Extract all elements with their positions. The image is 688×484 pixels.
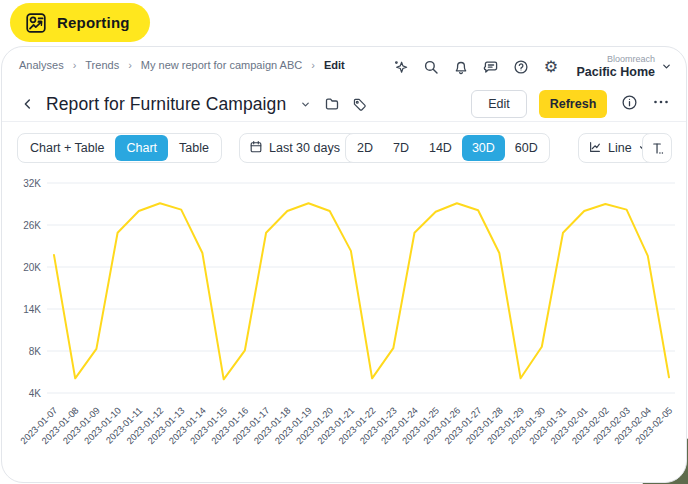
title-chevron-down-icon[interactable] bbox=[296, 95, 314, 113]
tag-icon[interactable] bbox=[350, 95, 368, 113]
help-icon[interactable] bbox=[512, 58, 529, 75]
breadcrumb-separator: › bbox=[73, 59, 77, 71]
svg-text:4K: 4K bbox=[29, 388, 42, 399]
breadcrumb: Analyses › Trends › My new report for ca… bbox=[19, 59, 345, 71]
segment-14d[interactable]: 14D bbox=[419, 135, 462, 161]
report-card: Analyses › Trends › My new report for ca… bbox=[1, 46, 687, 483]
svg-text:14K: 14K bbox=[23, 304, 41, 315]
segment-2d[interactable]: 2D bbox=[347, 135, 383, 161]
view-mode-segments: Chart + Table Chart Table bbox=[17, 133, 222, 163]
info-icon[interactable] bbox=[621, 94, 638, 115]
sparkle-icon[interactable] bbox=[392, 58, 409, 75]
quick-range-segments: 2D 7D 14D 30D 60D bbox=[345, 133, 550, 163]
breadcrumb-report-name[interactable]: My new report for campaign ABC bbox=[141, 59, 302, 71]
trend-chart: 4K8K14K20K26K32K2023-01-072023-01-082023… bbox=[2, 167, 688, 483]
segment-chart-table[interactable]: Chart + Table bbox=[19, 135, 115, 161]
segment-table[interactable]: Table bbox=[168, 135, 220, 161]
svg-text:8K: 8K bbox=[29, 346, 42, 357]
calendar-icon bbox=[249, 140, 263, 157]
page-title: Report for Furniture Campaign bbox=[46, 94, 286, 115]
segment-chart[interactable]: Chart bbox=[115, 135, 168, 161]
header-divider bbox=[2, 121, 686, 122]
svg-text:20K: 20K bbox=[23, 262, 41, 273]
report-header: Report for Furniture Campaign Edit Refre… bbox=[2, 87, 686, 121]
folder-icon[interactable] bbox=[323, 95, 341, 113]
chart-area: 4K8K14K20K26K32K2023-01-072023-01-082023… bbox=[2, 167, 688, 483]
line-chart-icon bbox=[588, 140, 602, 157]
back-button[interactable] bbox=[18, 94, 38, 114]
segment-30d[interactable]: 30D bbox=[462, 135, 505, 161]
search-icon[interactable] bbox=[422, 58, 439, 75]
chart-type-value: Line bbox=[608, 141, 632, 155]
org-company-label: Bloomreach bbox=[607, 54, 655, 65]
gear-icon[interactable]: ⚙ bbox=[542, 58, 559, 75]
breadcrumb-trends[interactable]: Trends bbox=[85, 59, 119, 71]
breadcrumb-separator: › bbox=[128, 59, 132, 71]
chart-toolbar: Chart + Table Chart Table Last 30 days 2… bbox=[2, 133, 686, 163]
breadcrumb-separator: › bbox=[311, 59, 315, 71]
org-switcher[interactable]: Bloomreach Pacific Home bbox=[576, 54, 672, 79]
reporting-badge: Reporting bbox=[10, 3, 150, 42]
baseline-settings-button[interactable] bbox=[642, 133, 672, 163]
topbar-actions: ⚙ Bloomreach Pacific Home bbox=[392, 54, 672, 79]
chat-icon[interactable] bbox=[482, 58, 499, 75]
baseline-icon bbox=[650, 141, 665, 156]
reporting-badge-label: Reporting bbox=[57, 14, 130, 31]
segment-60d[interactable]: 60D bbox=[505, 135, 548, 161]
breadcrumb-analyses[interactable]: Analyses bbox=[19, 59, 64, 71]
date-range-value: Last 30 days bbox=[269, 141, 340, 155]
breadcrumb-edit: Edit bbox=[324, 59, 345, 71]
svg-text:32K: 32K bbox=[23, 178, 41, 189]
svg-text:26K: 26K bbox=[23, 220, 41, 231]
segment-7d[interactable]: 7D bbox=[383, 135, 419, 161]
refresh-button[interactable]: Refresh bbox=[539, 90, 607, 118]
edit-button[interactable]: Edit bbox=[471, 90, 527, 118]
more-options-icon[interactable] bbox=[652, 93, 670, 115]
reporting-icon bbox=[24, 11, 48, 35]
app-window: Reporting Analyses › Trends › My new rep… bbox=[0, 0, 688, 484]
bell-icon[interactable] bbox=[452, 58, 469, 75]
org-project-label: Pacific Home bbox=[576, 65, 655, 79]
chevron-down-icon bbox=[661, 58, 672, 76]
